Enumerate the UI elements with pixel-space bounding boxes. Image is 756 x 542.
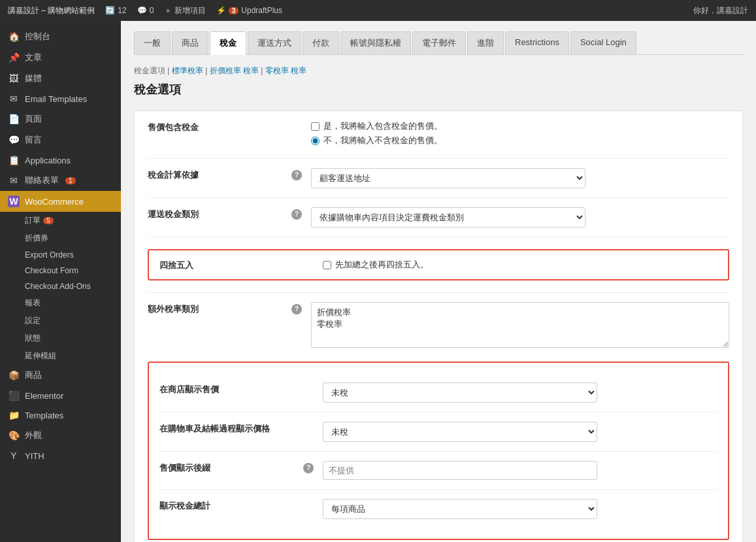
display-in-cart-select[interactable]: 未稅 xyxy=(323,422,597,442)
sidebar-sub-checkout-addons[interactable]: Checkout Add-Ons xyxy=(0,279,121,294)
sidebar-item-woocommerce[interactable]: W WooCommerce xyxy=(0,191,121,212)
sidebar-item-appearance[interactable]: 🎨 外觀 xyxy=(0,425,121,446)
sidebar-item-templates[interactable]: 📁 Templates xyxy=(0,405,121,425)
tab-payment[interactable]: 付款 xyxy=(303,31,339,54)
applications-icon: 📋 xyxy=(8,155,20,165)
tax-calc-info-icon[interactable]: ? xyxy=(291,170,302,180)
tab-products[interactable]: 商品 xyxy=(172,31,208,54)
comments-item[interactable]: 💬 0 xyxy=(137,6,154,15)
display-tax-totals-row: 顯示稅金總計 每項商品 xyxy=(159,489,717,528)
sidebar-sub-orders[interactable]: 訂單 5 xyxy=(0,212,121,229)
new-item-button[interactable]: ＋ 新增項目 xyxy=(164,5,205,16)
sidebar-item-dashboard[interactable]: 🏠 控制台 xyxy=(0,26,121,47)
breadcrumb-prefix: 稅金選項 xyxy=(134,66,165,75)
tax-calc-basis-control: 顧客運送地址 xyxy=(311,168,729,188)
admin-bar: 講嘉設計 – 購物網站範例 🔄 12 💬 0 ＋ 新增項目 ⚡ 3 Updraf… xyxy=(0,0,756,21)
rounding-checkbox-option: 先加總之後再四捨五入。 xyxy=(323,259,717,271)
shipping-tax-class-control: 依據購物車內容項目決定運費稅金類別 xyxy=(311,207,729,228)
woo-icon: W xyxy=(8,195,20,207)
price-includes-tax-no-option: 是，我將輸入包含稅金的售價。 xyxy=(311,120,729,132)
display-in-cart-label: 在購物車及結帳過程顯示價格 xyxy=(159,422,303,435)
sidebar-sub-checkout-form[interactable]: Checkout Form xyxy=(0,263,121,279)
additional-tax-info-icon[interactable]: ? xyxy=(291,304,302,314)
sidebar-item-elementor[interactable]: ⬛ Elementor xyxy=(0,386,121,405)
rounding-row: 四捨五入 先加總之後再四捨五入。 xyxy=(148,237,729,292)
sidebar-item-applications[interactable]: 📋 Applications xyxy=(0,150,121,170)
sidebar-label-reports: 報表 xyxy=(25,297,41,309)
sidebar-sub-export-orders[interactable]: Export Orders xyxy=(0,247,121,263)
shipping-tax-class-row: 運送稅金類別 ? 依據購物車內容項目決定運費稅金類別 xyxy=(148,197,729,237)
contact-badge: 1 xyxy=(65,177,76,184)
sidebar-label-export-orders: Export Orders xyxy=(25,250,74,260)
sidebar-sub-status[interactable]: 狀態 xyxy=(0,330,121,347)
sidebar-label-pages: 頁面 xyxy=(25,113,42,125)
rounding-checkbox[interactable] xyxy=(323,261,331,269)
display-in-shop-select[interactable]: 未稅 xyxy=(323,382,597,403)
display-in-cart-control: 未稅 xyxy=(323,422,717,442)
price-excludes-tax-radio[interactable] xyxy=(311,137,320,145)
tax-calc-basis-select[interactable]: 顧客運送地址 xyxy=(311,168,585,188)
sidebar-label-products: 商品 xyxy=(25,369,42,381)
sidebar-label-checkout-addons: Checkout Add-Ons xyxy=(25,282,91,291)
sidebar-label-applications: Applications xyxy=(25,156,71,165)
sidebar-item-email-templates[interactable]: ✉ Email Templates xyxy=(0,89,121,109)
rounding-help xyxy=(303,265,323,265)
appearance-icon: 🎨 xyxy=(8,430,20,441)
dashboard-icon: 🏠 xyxy=(8,31,20,42)
price-suffix-info-icon[interactable]: ? xyxy=(303,463,314,473)
tab-restrictions[interactable]: Restrictions xyxy=(505,31,569,54)
tab-advanced[interactable]: 進階 xyxy=(467,31,504,54)
contact-icon: ✉ xyxy=(8,175,20,186)
tab-emails[interactable]: 電子郵件 xyxy=(412,31,466,54)
shipping-tax-class-select[interactable]: 依據購物車內容項目決定運費稅金類別 xyxy=(311,207,585,228)
updates-item[interactable]: 🔄 12 xyxy=(105,6,126,15)
tab-general[interactable]: 一般 xyxy=(134,31,171,54)
sidebar-sub-extensions[interactable]: 延伸模組 xyxy=(0,347,121,365)
plugin-item[interactable]: ⚡ 3 UpdraftPlus xyxy=(216,6,282,15)
sidebar-label-woocommerce: WooCommerce xyxy=(25,197,84,207)
rounding-checkbox-label: 先加總之後再四捨五入。 xyxy=(335,259,429,271)
sidebar-item-media[interactable]: 🖼 媒體 xyxy=(0,68,121,89)
breadcrumb: 稅金選項 | 標準稅率 | 折價稅率 稅率 | 零稅率 稅率 xyxy=(134,65,743,76)
tab-accounts[interactable]: 帳號與隱私權 xyxy=(340,31,411,54)
sidebar-item-pages[interactable]: 📄 頁面 xyxy=(0,109,121,129)
site-title[interactable]: 講嘉設計 – 購物網站範例 xyxy=(8,5,95,16)
sidebar-item-comments[interactable]: 💬 留言 xyxy=(0,129,121,150)
sidebar-item-products[interactable]: 📦 商品 xyxy=(0,365,121,386)
sidebar-label-elementor: Elementor xyxy=(25,391,63,401)
tab-shipping[interactable]: 運送方式 xyxy=(248,31,301,54)
sidebar-item-posts[interactable]: 📌 文章 xyxy=(0,47,121,68)
email-icon: ✉ xyxy=(8,93,20,104)
display-in-cart-help xyxy=(303,422,323,422)
display-in-shop-row: 在商店顯示售價 未稅 xyxy=(159,373,717,412)
breadcrumb-link3[interactable]: 零稅率 稅率 xyxy=(265,66,306,75)
tab-tax[interactable]: 稅金 xyxy=(210,31,246,55)
sidebar-sub-coupons[interactable]: 折價券 xyxy=(0,229,121,247)
shipping-tax-info-icon[interactable]: ? xyxy=(291,209,302,220)
sidebar-sub-settings[interactable]: 設定 xyxy=(0,312,121,330)
display-tax-totals-select[interactable]: 每項商品 xyxy=(323,499,597,519)
sidebar-item-contact[interactable]: ✉ 聯絡表單 1 xyxy=(0,170,121,191)
rounding-highlight-box: 四捨五入 先加總之後再四捨五入。 xyxy=(148,249,729,280)
price-includes-tax-option1-label: 是，我將輸入包含稅金的售價。 xyxy=(323,120,442,132)
price-includes-tax-help xyxy=(291,120,311,121)
comments-sidebar-icon: 💬 xyxy=(8,135,20,145)
sidebar-label-checkout-form: Checkout Form xyxy=(25,266,78,275)
sidebar-item-yith[interactable]: Y YITH xyxy=(0,446,121,466)
additional-tax-classes-textarea[interactable]: 折價稅率 零稅率 xyxy=(311,302,729,348)
price-includes-tax-checkbox[interactable] xyxy=(311,122,320,131)
tax-calc-basis-row: 稅金計算依據 ? 顧客運送地址 xyxy=(148,158,729,197)
sidebar-sub-reports[interactable]: 報表 xyxy=(0,294,121,312)
breadcrumb-sep3: | xyxy=(261,66,263,75)
sidebar-label-dashboard: 控制台 xyxy=(25,31,50,42)
price-suffix-input[interactable] xyxy=(323,461,597,480)
breadcrumb-link2[interactable]: 折價稅率 稅率 xyxy=(210,66,259,75)
rounding-label: 四捨五入 xyxy=(159,258,303,271)
posts-icon: 📌 xyxy=(8,52,20,63)
tax-calc-help: ? xyxy=(291,168,311,180)
breadcrumb-link1[interactable]: 標準稅率 xyxy=(172,66,203,75)
tab-social-login[interactable]: Social Login xyxy=(570,31,636,54)
price-suffix-help: ? xyxy=(303,461,323,473)
shipping-tax-class-label: 運送稅金類別 xyxy=(148,207,291,220)
main-layout: 🏠 控制台 📌 文章 🖼 媒體 ✉ Email Templates 📄 頁面 💬… xyxy=(0,21,756,542)
